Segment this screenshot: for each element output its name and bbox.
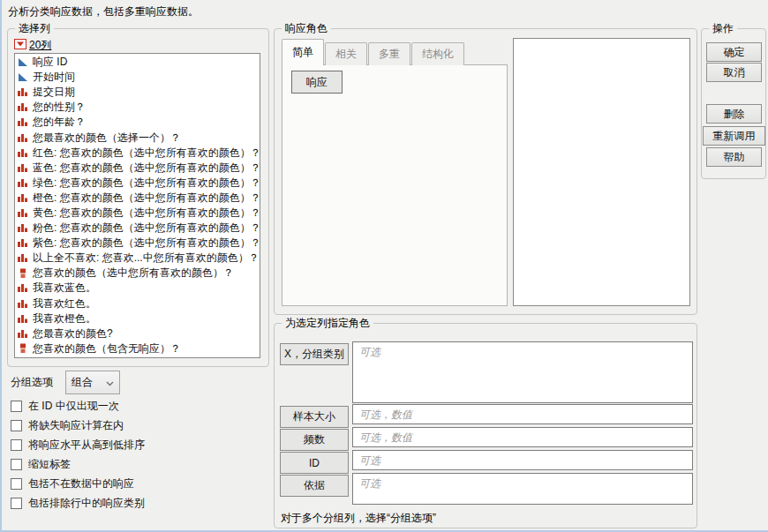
column-item-label: 响应 ID: [33, 55, 67, 70]
select-columns-panel: 选择列 20列 响应 ID开始时间提交日期您的性别？您的年龄？您最喜欢的颜色（选…: [7, 28, 269, 367]
columns-menu[interactable]: 20列: [14, 38, 51, 53]
grouping-options-dropdown[interactable]: 组合: [65, 371, 120, 394]
column-item[interactable]: 您的性别？: [17, 100, 260, 115]
response-role-button[interactable]: 响应: [291, 71, 343, 94]
column-item-label: 我喜欢蓝色。: [33, 281, 96, 296]
response-roles-tab-panel: 响应: [282, 64, 508, 306]
nominal-icon: [17, 283, 28, 293]
tab-简单[interactable]: 简单: [282, 39, 324, 65]
checkbox-label: 包括排除行中的响应类别: [28, 496, 145, 511]
response-roles-listbox[interactable]: [513, 38, 690, 306]
tab-相关[interactable]: 相关: [325, 42, 367, 65]
option-checkbox-row[interactable]: 缩短标签: [11, 454, 145, 474]
freq-role-button[interactable]: 频数: [280, 429, 349, 451]
response-roles-tabs: 简单相关多重结构化: [282, 39, 465, 65]
response-roles-title: 响应角色: [282, 21, 331, 36]
sample-size-drop-field[interactable]: 可选，数值: [352, 404, 693, 424]
column-item-label: 您喜欢的颜色（包含无响应）？: [33, 341, 181, 356]
column-item-label: 开始时间: [33, 70, 75, 85]
recall-button[interactable]: 重新调用: [703, 126, 765, 146]
option-checkbox-row[interactable]: 将缺失响应计算在内: [11, 416, 145, 435]
sample-size-role-button[interactable]: 样本大小: [280, 406, 349, 428]
checkbox[interactable]: [11, 439, 22, 451]
column-item[interactable]: 黄色: 您喜欢的颜色（选中您所有喜欢的颜色）？: [17, 206, 260, 221]
column-item[interactable]: 提交日期: [17, 85, 260, 100]
column-item-label: 您最喜欢的颜色?: [33, 326, 113, 341]
column-item-label: 以上全不喜欢: 您喜欢...中您所有喜欢的颜色）？: [33, 251, 260, 266]
cancel-button[interactable]: 取消: [706, 63, 762, 82]
tab-结构化[interactable]: 结构化: [411, 42, 464, 65]
column-item-label: 您喜欢的颜色（选中您所有喜欢的颜色）？: [33, 266, 234, 281]
freq-drop-field[interactable]: 可选，数值: [352, 427, 693, 447]
checkbox[interactable]: [11, 420, 22, 431]
checkbox[interactable]: [11, 459, 22, 470]
id-role-button[interactable]: ID: [280, 452, 349, 474]
option-checkbox-row[interactable]: 包括排除行中的响应类别: [11, 493, 145, 513]
checkbox-label: 包括不在数据中的响应: [28, 476, 134, 491]
nominal-icon: [17, 178, 28, 188]
option-checkbox-row[interactable]: 包括不在数据中的响应: [11, 474, 145, 493]
nominal-icon: [17, 163, 28, 173]
nominal-icon: [17, 148, 28, 158]
column-item[interactable]: 我喜欢红色。: [17, 296, 260, 311]
column-item[interactable]: 橙色: 您喜欢的颜色（选中您所有喜欢的颜色）？: [17, 191, 260, 206]
continuous-icon: [17, 72, 28, 82]
column-item[interactable]: 紫色: 您喜欢的颜色（选中您所有喜欢的颜色）？: [17, 236, 260, 251]
actions-panel: 操作 确定 取消 删除 重新调用 帮助: [701, 28, 766, 179]
column-item[interactable]: 蓝色: 您喜欢的颜色（选中您所有喜欢的颜色）？: [17, 161, 260, 176]
response-roles-panel: 响应角色 简单相关多重结构化 响应: [274, 28, 697, 315]
checkbox-label: 缩短标签: [28, 457, 71, 472]
nominal-icon: [17, 208, 28, 218]
actions-title: 操作: [709, 21, 737, 36]
column-item[interactable]: 以上全不喜欢: 您喜欢...中您所有喜欢的颜色）？: [17, 251, 260, 266]
dialog-categorical: 分析分类响应数据，包括多重响应数据。 选择列 20列 响应 ID开始时间提交日期…: [0, 0, 768, 532]
by-drop-field[interactable]: 可选: [352, 473, 693, 505]
option-checkbox-row[interactable]: 在 ID 中仅出现一次: [11, 396, 145, 416]
column-item[interactable]: 绿色: 您喜欢的颜色（选中您所有喜欢的颜色）？: [17, 176, 260, 191]
column-item[interactable]: 响应 ID: [17, 55, 260, 70]
checkbox[interactable]: [11, 401, 22, 412]
column-item-label: 我喜欢橙色。: [33, 311, 96, 326]
nominal-icon: [17, 117, 28, 127]
nominal-icon: [17, 253, 28, 263]
nominal-icon: [17, 193, 28, 203]
checkbox-label: 在 ID 中仅出现一次: [28, 399, 119, 414]
column-item-label: 您的性别？: [33, 100, 86, 115]
column-item[interactable]: 您的年龄？: [17, 115, 260, 130]
select-columns-title: 选择列: [15, 21, 54, 36]
column-item[interactable]: 我喜欢蓝色。: [17, 281, 260, 296]
column-item[interactable]: 红色: 您喜欢的颜色（选中您所有喜欢的颜色）？: [17, 146, 260, 161]
columns-count-label[interactable]: 20列: [29, 38, 51, 53]
cast-roles-footnote: 对于多个分组列，选择“分组选项”: [281, 511, 436, 526]
column-item[interactable]: 您喜欢的颜色（包含无响应）？: [17, 341, 260, 356]
column-item[interactable]: 粉色: 您喜欢的颜色（选中您所有喜欢的颜色）？: [17, 221, 260, 236]
id-drop-field[interactable]: 可选: [352, 450, 693, 470]
column-item-label: 蓝色: 您喜欢的颜色（选中您所有喜欢的颜色）？: [33, 161, 260, 176]
dialog-description: 分析分类响应数据，包括多重响应数据。: [8, 4, 199, 19]
column-item[interactable]: 开始时间: [17, 70, 260, 85]
nominal-icon: [17, 329, 28, 339]
ok-button[interactable]: 确定: [706, 42, 762, 62]
by-role-button[interactable]: 依据: [280, 475, 349, 497]
nominal-icon: [17, 223, 28, 233]
x-grouping-role-button[interactable]: X，分组类别: [280, 343, 349, 365]
multiple-response-icon: [17, 343, 28, 354]
nominal-icon: [17, 238, 28, 248]
column-item-label: 红色: 您喜欢的颜色（选中您所有喜欢的颜色）？: [33, 146, 260, 161]
column-list[interactable]: 响应 ID开始时间提交日期您的性别？您的年龄？您最喜欢的颜色（选择一个）？红色:…: [14, 53, 260, 358]
tab-多重[interactable]: 多重: [368, 42, 410, 65]
nominal-icon: [17, 299, 28, 309]
option-checkbox-row[interactable]: 将响应水平从高到低排序: [11, 435, 145, 454]
options-checkbox-group: 在 ID 中仅出现一次将缺失响应计算在内将响应水平从高到低排序缩短标签包括不在数…: [11, 396, 145, 513]
checkbox[interactable]: [11, 478, 22, 490]
checkbox[interactable]: [11, 498, 22, 509]
column-item[interactable]: 您最喜欢的颜色?: [17, 326, 260, 341]
column-item[interactable]: 您喜欢的颜色（选中您所有喜欢的颜色）？: [17, 266, 260, 281]
column-item[interactable]: 我喜欢橙色。: [17, 311, 260, 326]
column-item[interactable]: 您最喜欢的颜色（选择一个）？: [17, 130, 260, 145]
help-button[interactable]: 帮助: [706, 147, 762, 167]
remove-button[interactable]: 删除: [706, 104, 762, 124]
multiple-response-icon: [17, 268, 28, 279]
x-grouping-drop-field[interactable]: 可选: [352, 341, 693, 403]
red-triangle-menu-icon[interactable]: [14, 39, 26, 52]
